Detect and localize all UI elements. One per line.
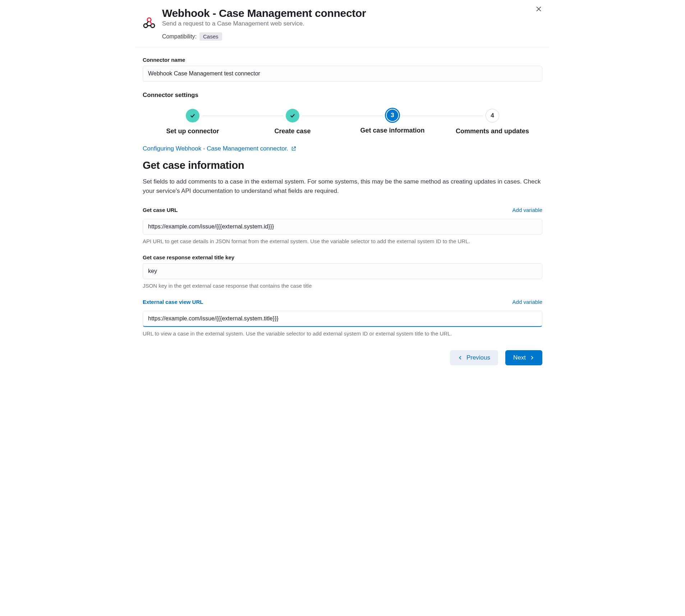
modal-footer: Previous Next xyxy=(135,347,550,368)
add-variable-button[interactable]: Add variable xyxy=(512,207,542,213)
title-key-input[interactable] xyxy=(143,263,542,279)
step-indicator-current: 3 xyxy=(386,109,399,122)
view-url-help: URL to view a case in the external syste… xyxy=(143,330,542,337)
connector-name-input[interactable] xyxy=(143,66,542,82)
step-create-case[interactable]: Create case xyxy=(243,109,342,135)
get-case-url-label: Get case URL xyxy=(143,207,178,213)
step-setup-connector[interactable]: Set up connector xyxy=(143,109,243,135)
connector-modal: Webhook - Case Management connector Send… xyxy=(135,0,550,368)
step-label: Comments and updates xyxy=(456,128,529,135)
section-title: Get case information xyxy=(143,159,542,171)
title-key-help: JSON key in the get external case respon… xyxy=(143,282,542,290)
connector-name-field: Connector name xyxy=(143,57,542,82)
connector-settings-label: Connector settings xyxy=(143,92,542,99)
compatibility-badge: Cases xyxy=(199,32,222,41)
svg-point-0 xyxy=(147,18,151,22)
connector-name-label: Connector name xyxy=(143,57,542,63)
external-link-icon xyxy=(291,146,296,151)
check-icon xyxy=(289,112,296,119)
add-variable-button[interactable]: Add variable xyxy=(512,299,542,305)
view-url-field: External case view URL Add variable URL … xyxy=(143,299,542,337)
check-icon xyxy=(189,112,196,119)
chevron-right-icon xyxy=(529,355,534,360)
step-label: Create case xyxy=(274,128,311,135)
step-indicator-done xyxy=(286,109,299,122)
compatibility-label: Compatibility: xyxy=(162,33,197,40)
section-description: Set fields to add comments to a case in … xyxy=(143,177,542,196)
step-indicator-pending: 4 xyxy=(486,109,499,122)
doc-link[interactable]: Configuring Webhook - Case Management co… xyxy=(143,145,296,152)
page-title: Webhook - Case Management connector xyxy=(162,7,542,19)
chevron-left-icon xyxy=(458,355,463,360)
page-subtitle: Send a request to a Case Management web … xyxy=(162,20,542,27)
step-indicator-done xyxy=(186,109,199,122)
view-url-label: External case view URL xyxy=(143,299,203,305)
next-button[interactable]: Next xyxy=(505,350,542,365)
stepper: Set up connector Create case 3 Get case … xyxy=(143,109,542,135)
webhook-icon xyxy=(143,17,156,29)
close-button[interactable] xyxy=(534,5,543,14)
step-label: Set up connector xyxy=(166,128,219,135)
get-case-url-help: API URL to get case details in JSON form… xyxy=(143,237,542,245)
doc-link-text: Configuring Webhook - Case Management co… xyxy=(143,145,288,152)
get-case-url-field: Get case URL Add variable API URL to get… xyxy=(143,207,542,245)
previous-button[interactable]: Previous xyxy=(450,350,498,365)
step-comments-updates[interactable]: 4 Comments and updates xyxy=(442,109,542,135)
get-case-url-input[interactable] xyxy=(143,219,542,235)
step-label: Get case information xyxy=(360,127,424,134)
modal-header: Webhook - Case Management connector Send… xyxy=(135,0,550,47)
title-key-label: Get case response external title key xyxy=(143,254,542,260)
title-key-field: Get case response external title key JSO… xyxy=(143,254,542,290)
compatibility-row: Compatibility: Cases xyxy=(162,32,542,41)
next-label: Next xyxy=(513,354,526,361)
close-icon xyxy=(536,6,542,12)
step-get-case-info[interactable]: 3 Get case information xyxy=(342,109,442,134)
previous-label: Previous xyxy=(466,354,490,361)
view-url-input[interactable] xyxy=(143,311,542,327)
